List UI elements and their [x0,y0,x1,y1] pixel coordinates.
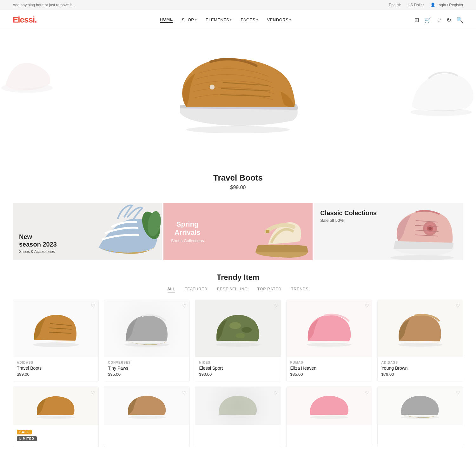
hero-section [0,30,476,163]
product-title-section: Travel Boots $99.00 [0,163,476,197]
product-card-row2-1: ♡ SALE LIMITED [13,387,99,447]
nav-elements[interactable]: ELEMENTS ▾ [206,17,232,22]
main-nav: HOME SHOP ▾ ELEMENTS ▾ PAGES ▾ VENDORS ▾ [160,17,291,23]
user-icon: 👤 [430,3,435,7]
products-row-2: ♡ SALE LIMITED ♡ [13,387,463,447]
product-image-row2-3: ♡ [195,387,281,425]
tab-trends[interactable]: TRENDS [291,287,308,293]
product-card-row2-4: ♡ [286,387,372,447]
promo-text-new-season: New season 2023 Shoes & Accessories [19,233,57,254]
promo-banners-section: New season 2023 Shoes & Accessories [13,203,463,260]
wishlist-button[interactable]: ♡ [182,303,186,309]
wishlist-button[interactable]: ♡ [365,303,369,309]
product-info-tiny-paws: CONVERSES Tiny Paws $95.00 [104,357,189,381]
wishlist-button[interactable]: ♡ [91,390,95,396]
svg-point-19 [33,342,79,347]
site-header: Elessi. HOME SHOP ▾ ELEMENTS ▾ PAGES ▾ V… [0,10,476,30]
wishlist-button[interactable]: ♡ [365,390,369,396]
top-bar-right: English US Dollar 👤 Login / Register [389,3,463,7]
tab-all[interactable]: ALL [168,287,175,293]
product-image-travel-boots: ♡ [13,300,98,357]
product-image-row2-1: ♡ [13,387,98,425]
login-link[interactable]: 👤 Login / Register [430,3,463,7]
product-image-young-brown: ♡ [378,300,463,357]
product-card-row2-5: ♡ [377,387,463,447]
product-card-young-brown: ♡ ADIDASS Young Brown $79.00 [377,300,463,381]
banner-shoe-sandal [249,206,313,260]
featured-product-name: Travel Boots [6,173,470,183]
wishlist-button[interactable]: ♡ [182,390,186,396]
promo-text-spring: Spring Arrivals Shoes Collections [171,220,204,243]
nav-vendors[interactable]: VENDORS ▾ [267,17,291,22]
language-selector[interactable]: English [389,3,401,7]
header-icons: ⊞ 🛒 ♡ ↻ 🔍 [414,17,463,23]
hero-shoe-main [162,43,314,151]
currency-selector[interactable]: US Dollar [408,3,424,7]
banner-shoe-rose-sneaker [381,203,463,260]
search-icon[interactable]: 🔍 [456,17,463,23]
product-image-eliza-heaven: ♡ [287,300,372,357]
chevron-down-icon: ▾ [256,18,258,22]
product-image-row2-5: ♡ [378,387,463,425]
svg-point-14 [428,227,432,230]
svg-point-27 [236,333,245,338]
products-row-1: ♡ ADIDASS Travel Boots $99.00 [13,300,463,381]
trendy-section: Trendy Item ALL FEATURED BEST SELLING TO… [0,267,476,457]
product-card-eliza-heaven: ♡ PUMAS Eliza Heaven $85.00 [286,300,372,381]
product-info-young-brown: ADIDASS Young Brown $79.00 [378,357,463,381]
wishlist-icon[interactable]: ♡ [436,17,441,23]
tab-best-selling[interactable]: BEST SELLING [217,287,248,293]
product-info-row2-5 [378,425,463,433]
product-image-elessi-sport: ♡ [195,300,281,357]
svg-rect-9 [266,230,269,233]
wishlist-button[interactable]: ♡ [274,390,278,396]
chevron-down-icon: ▾ [289,18,291,22]
product-info-travel-boots: ADIDASS Travel Boots $99.00 [13,357,98,381]
promo-banner-classic[interactable]: Classic Colections Sale off 50% [314,203,463,260]
tab-top-rated[interactable]: TOP RATED [257,287,281,293]
product-info-row2-4 [287,425,372,433]
nav-pages[interactable]: PAGES ▾ [241,17,258,22]
trendy-tabs: ALL FEATURED BEST SELLING TOP RATED TREN… [13,287,463,293]
promo-banner-new-season[interactable]: New season 2023 Shoes & Accessories [13,203,162,260]
product-info-row2-3 [195,425,281,433]
badge-sale: SALE [17,430,32,434]
chevron-down-icon: ▾ [195,18,197,22]
wishlist-button[interactable]: ♡ [456,303,460,309]
product-card-elessi-sport: ♡ NIKES Elessi Sport $90.00 [195,300,281,381]
cart-icon[interactable]: 🛒 [424,17,431,23]
badge-limited: LIMITED [17,436,37,441]
compare-icon[interactable]: ↻ [446,17,451,23]
svg-point-10 [390,255,454,260]
product-info-row2-1: SALE LIMITED [13,425,98,447]
wishlist-button[interactable]: ♡ [274,303,278,309]
chevron-down-icon: ▾ [230,18,232,22]
badges-container: SALE LIMITED [17,429,95,441]
top-bar-message: Add anything here or just remove it... [13,3,75,7]
wishlist-button[interactable]: ♡ [91,303,95,309]
tab-featured[interactable]: FEATURED [185,287,208,293]
product-card-row2-3: ♡ [195,387,281,447]
product-info-elessi-sport: NIKES Elessi Sport $90.00 [195,357,281,381]
product-info-eliza-heaven: PUMAS Eliza Heaven $85.00 [287,357,372,381]
promo-text-classic: Classic Colections Sale off 50% [320,209,377,223]
svg-point-1 [186,126,290,133]
svg-point-2 [210,85,215,89]
product-card-tiny-paws: ♡ CONVERSES Tiny Paws $95.00 [104,300,190,381]
hero-shoe-right [406,62,476,132]
banner-shoe-espadrille [92,203,162,260]
grid-icon[interactable]: ⊞ [414,17,419,23]
nav-shop[interactable]: SHOP ▾ [182,17,197,22]
nav-home[interactable]: HOME [160,17,173,23]
promo-banner-spring[interactable]: Spring Arrivals Shoes Collections [163,203,313,260]
product-image-tiny-paws: ♡ [104,300,189,357]
product-card-row2-2: ♡ [104,387,190,447]
product-card-travel-boots: ♡ ADIDASS Travel Boots $99.00 [13,300,99,381]
featured-product-price: $99.00 [6,185,470,190]
site-logo[interactable]: Elessi. [13,15,36,25]
wishlist-button[interactable]: ♡ [456,390,460,396]
product-image-row2-2: ♡ [104,387,189,425]
top-bar: Add anything here or just remove it... E… [0,0,476,10]
trendy-section-title: Trendy Item [13,273,463,282]
svg-point-25 [229,322,241,329]
